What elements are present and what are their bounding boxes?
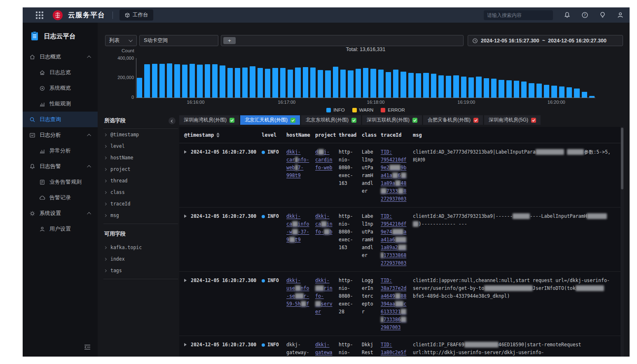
field-item-class[interactable]: class bbox=[103, 187, 178, 198]
expand-row-icon[interactable] bbox=[184, 212, 191, 218]
cell-hostname[interactable]: dkkj-cardinfo-web-37-998t9 bbox=[286, 212, 315, 244]
cell-traceid[interactable]: TID: 7954210df9e74bf0daa41a6d5711a89a221… bbox=[381, 212, 413, 267]
sort-icon[interactable] bbox=[216, 133, 220, 138]
sidebar-collapse-icon[interactable] bbox=[84, 343, 91, 351]
datacenter-tab[interactable]: 北京东坝机房(外围) bbox=[301, 115, 361, 125]
cell-project[interactable]: dkkj-cardinfo-web bbox=[315, 148, 339, 172]
log-row[interactable]: 2024-12-05 16:20:27.300INFOdkkj-cardnfo-… bbox=[179, 143, 624, 208]
expand-row-icon[interactable] bbox=[184, 341, 191, 346]
app-launcher-grid-icon[interactable] bbox=[36, 12, 43, 19]
bar[interactable] bbox=[446, 76, 451, 98]
bar[interactable] bbox=[529, 83, 534, 98]
bar[interactable] bbox=[499, 80, 504, 98]
datacenter-tab[interactable]: 深圳五联机房(外围) bbox=[362, 115, 422, 125]
datacenter-tab[interactable]: 合肥灾备机房(外围) bbox=[423, 115, 483, 125]
bar[interactable] bbox=[205, 64, 210, 98]
bar[interactable] bbox=[280, 68, 286, 98]
field-item-thread[interactable]: thread bbox=[103, 175, 178, 187]
bar[interactable] bbox=[468, 77, 474, 98]
sidebar-item-user[interactable]: 用户设置 bbox=[23, 221, 98, 237]
bar[interactable] bbox=[220, 65, 225, 98]
query-input-box[interactable]: + bbox=[221, 35, 464, 46]
field-item-hostName[interactable]: hostName bbox=[103, 152, 178, 163]
bar[interactable] bbox=[378, 70, 384, 98]
cell-project[interactable]: dkkj-userinfo-xxserver bbox=[315, 277, 339, 316]
view-mode-select[interactable]: 列表 bbox=[105, 35, 137, 46]
bar[interactable] bbox=[159, 64, 165, 98]
bar[interactable] bbox=[386, 72, 391, 98]
lightbulb-icon[interactable] bbox=[599, 12, 606, 19]
bar[interactable] bbox=[144, 64, 150, 98]
bar[interactable] bbox=[521, 82, 527, 98]
bar[interactable] bbox=[310, 68, 316, 98]
collapse-panel-icon[interactable] bbox=[169, 117, 176, 124]
bar[interactable] bbox=[227, 68, 233, 98]
bar[interactable] bbox=[325, 70, 330, 98]
sidebar-item-analysis[interactable]: 日志分析 bbox=[23, 127, 98, 143]
time-range-picker[interactable]: 2024-12-05 16:15:27.300 ~ 2024-12-05 16:… bbox=[468, 35, 623, 46]
bar[interactable] bbox=[544, 85, 549, 98]
bar[interactable] bbox=[559, 86, 564, 98]
bar[interactable] bbox=[212, 64, 218, 98]
bar[interactable] bbox=[272, 68, 278, 98]
bar[interactable] bbox=[242, 68, 248, 98]
legend-item-info[interactable]: INFO bbox=[326, 107, 344, 112]
field-item-level[interactable]: level bbox=[103, 140, 178, 152]
bar[interactable] bbox=[370, 69, 376, 98]
cell-traceid[interactable]: TID: 7954210df9e26f499ba41ad66e11a89a744… bbox=[381, 148, 413, 203]
bar[interactable] bbox=[190, 64, 195, 98]
log-row[interactable]: 2024-12-05 16:20:27.300INFOdkkj-gateway-… bbox=[179, 336, 624, 357]
bar[interactable] bbox=[461, 77, 466, 98]
sidebar-item-home[interactable]: 日志概览 bbox=[23, 49, 98, 65]
bar[interactable] bbox=[182, 65, 187, 98]
bar[interactable] bbox=[431, 74, 436, 98]
bar[interactable] bbox=[589, 96, 595, 98]
notifications-bell-icon[interactable] bbox=[564, 12, 571, 19]
field-item-@timestamp[interactable]: @timestamp bbox=[103, 129, 178, 140]
legend-item-error[interactable]: ERROR bbox=[381, 107, 405, 112]
table-scrollbar[interactable] bbox=[621, 127, 624, 357]
sidebar-item-chart[interactable]: 异常分析 bbox=[23, 143, 98, 159]
bar[interactable] bbox=[303, 67, 308, 98]
bar[interactable] bbox=[318, 70, 323, 98]
sidebar-item-system[interactable]: 系统概览 bbox=[23, 80, 98, 96]
field-item-project[interactable]: project bbox=[103, 163, 178, 175]
datacenter-tab-active[interactable]: 北京汇天机房(外围) bbox=[240, 115, 300, 125]
bar[interactable] bbox=[438, 75, 444, 98]
bar[interactable] bbox=[137, 78, 142, 98]
bar[interactable] bbox=[491, 79, 496, 98]
workbench-button[interactable]: 工作台 bbox=[119, 9, 153, 21]
field-item-traceId[interactable]: traceId bbox=[103, 198, 178, 210]
bar[interactable] bbox=[265, 69, 270, 98]
bar[interactable] bbox=[152, 64, 157, 98]
bar[interactable] bbox=[582, 92, 587, 98]
sidebar-item-bell[interactable]: 日志告警 bbox=[23, 159, 98, 174]
global-search-input[interactable] bbox=[487, 12, 551, 18]
expand-row-icon[interactable] bbox=[184, 148, 191, 154]
legend-item-warn[interactable]: WARN bbox=[352, 107, 374, 112]
log-row[interactable]: 2024-12-05 16:20:27.300INFOdkkj-userinfo… bbox=[179, 272, 624, 336]
help-icon[interactable]: ? bbox=[581, 12, 588, 19]
bar[interactable] bbox=[258, 68, 263, 98]
cell-traceid[interactable]: TID: 38a737e2da46490888394aab9cc6133321a… bbox=[381, 277, 413, 331]
bar[interactable] bbox=[348, 70, 353, 98]
sidebar-item-cloud[interactable]: 告警记录 bbox=[23, 190, 98, 205]
cell-project[interactable]: dkkj-gateway bbox=[315, 341, 339, 357]
bar[interactable] bbox=[288, 70, 293, 98]
log-row[interactable]: 2024-12-05 16:20:27.300INFOdkkj-cardinfo… bbox=[179, 208, 624, 272]
bar[interactable] bbox=[514, 81, 519, 98]
bar[interactable] bbox=[423, 73, 429, 98]
bar[interactable] bbox=[567, 87, 572, 98]
bar[interactable] bbox=[574, 89, 579, 98]
bar[interactable] bbox=[551, 86, 557, 98]
bar[interactable] bbox=[235, 68, 240, 98]
sidebar-item-search-active[interactable]: 日志查询 bbox=[23, 112, 98, 127]
sidebar-item-rules[interactable]: 业务告警规则 bbox=[23, 174, 98, 190]
bar[interactable] bbox=[340, 70, 346, 98]
bar[interactable] bbox=[363, 68, 368, 98]
bar[interactable] bbox=[408, 73, 414, 98]
field-item-msg[interactable]: msg bbox=[103, 210, 178, 221]
bar[interactable] bbox=[197, 65, 202, 98]
bar[interactable] bbox=[536, 84, 542, 98]
bar[interactable] bbox=[356, 69, 361, 98]
